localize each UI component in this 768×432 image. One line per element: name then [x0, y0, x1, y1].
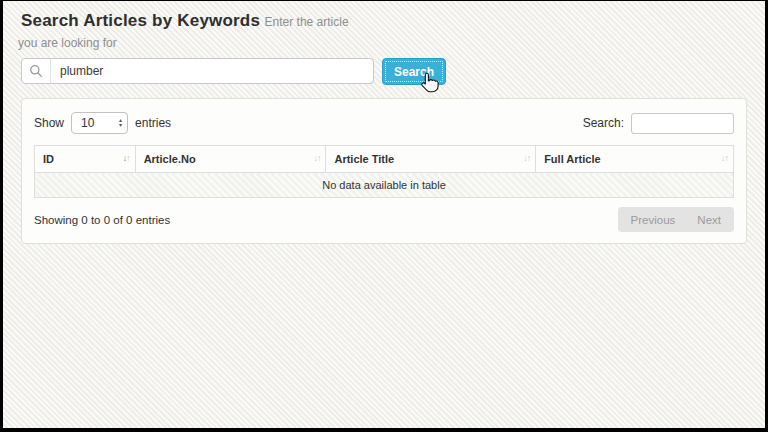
- table-filter-input[interactable]: [631, 113, 734, 134]
- page-subtitle-line1: Enter the article: [265, 15, 349, 29]
- column-header-id[interactable]: ID ↓↑: [35, 146, 136, 173]
- keyword-search-row: Search: [21, 58, 747, 85]
- sort-icon: ↓↑: [123, 153, 130, 163]
- page-title: Search Articles by Keywords: [21, 11, 260, 30]
- sort-icon: ↓↑: [313, 153, 320, 163]
- table-info-text: Showing 0 to 0 of 0 entries: [34, 214, 170, 226]
- sort-icon: ↓↑: [721, 153, 728, 163]
- page-length-select[interactable]: 10 ▴▾: [71, 112, 128, 134]
- search-button[interactable]: Search: [382, 58, 446, 85]
- show-label: Show: [34, 116, 64, 130]
- keyword-input[interactable]: [51, 59, 373, 83]
- articles-table: ID ↓↑ Article.No ↓↑ Article Title ↓↑ F: [34, 145, 734, 198]
- table-footer: Showing 0 to 0 of 0 entries Previous Nex…: [34, 207, 734, 232]
- page-subtitle-line2: you are looking for: [18, 36, 391, 50]
- entries-label: entries: [135, 116, 171, 130]
- select-stepper-icon: ▴▾: [119, 118, 122, 128]
- page-header: Search Articles by Keywords Enter the ar…: [21, 10, 391, 50]
- table-header-row: ID ↓↑ Article.No ↓↑ Article Title ↓↑ F: [35, 146, 734, 173]
- keyword-search-field[interactable]: [21, 58, 374, 84]
- pagination-previous-button[interactable]: Previous: [620, 214, 687, 226]
- column-header-article-no[interactable]: Article.No ↓↑: [135, 146, 326, 173]
- page: Search Articles by Keywords Enter the ar…: [3, 1, 765, 244]
- page-length-control: Show 10 ▴▾ entries: [34, 112, 171, 134]
- screen-frame: Search Articles by Keywords Enter the ar…: [0, 0, 768, 432]
- page-length-value: 10: [81, 116, 94, 130]
- sort-icon: ↓↑: [523, 153, 530, 163]
- table-filter-control: Search:: [583, 113, 734, 134]
- search-icon: [22, 59, 51, 83]
- results-panel: Show 10 ▴▾ entries Search:: [21, 98, 747, 244]
- column-header-full-article[interactable]: Full Article ↓↑: [536, 146, 734, 173]
- empty-table-message: No data available in table: [35, 173, 734, 198]
- filter-label: Search:: [583, 116, 624, 130]
- pagination-next-button[interactable]: Next: [686, 214, 732, 226]
- column-header-article-title[interactable]: Article Title ↓↑: [326, 146, 536, 173]
- empty-table-row: No data available in table: [35, 173, 734, 198]
- table-controls: Show 10 ▴▾ entries Search:: [34, 112, 734, 134]
- pagination: Previous Next: [618, 207, 734, 232]
